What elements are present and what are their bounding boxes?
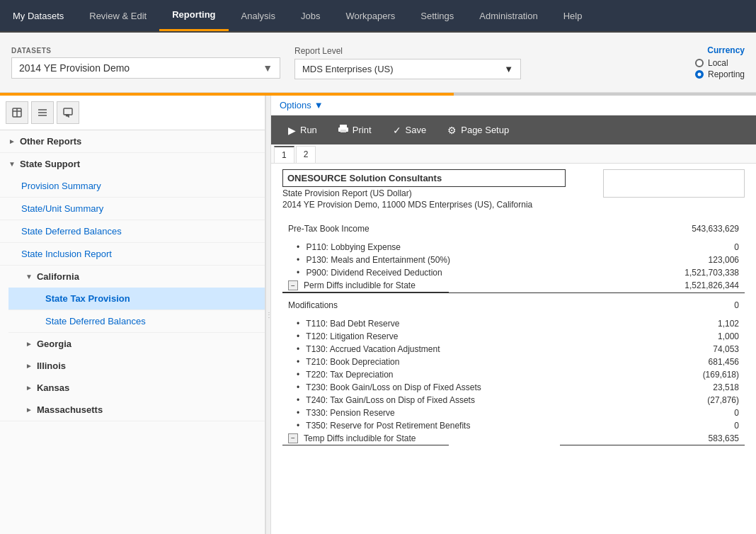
sidebar-item-state-tax-provision[interactable]: State Tax Provision — [8, 288, 265, 310]
expand-icon-illinois: ► — [25, 362, 33, 370]
expand-icon-kansas: ► — [25, 384, 33, 392]
spacer-row — [282, 235, 745, 241]
sidebar-table-btn[interactable] — [6, 101, 28, 124]
sidebar-group-state-support[interactable]: ▼ State Support — [0, 153, 265, 175]
sidebar-item-california-deferred-balances[interactable]: State Deferred Balances — [8, 310, 265, 333]
spacer-row — [282, 293, 745, 299]
sidebar-group-illinois[interactable]: ► Illinois — [8, 355, 265, 377]
sidebar-item-state-inclusion-report[interactable]: State Inclusion Report — [0, 243, 265, 266]
nav-item-my-datasets[interactable]: My Datasets — [0, 0, 76, 31]
datasets-dropdown[interactable]: 2014 YE Provision Demo ▼ — [11, 57, 280, 79]
main-layout: ► Other Reports ▼ State Support Provisio… — [0, 96, 756, 534]
sidebar-section-other-reports: ► Other Reports — [0, 130, 265, 153]
table-row: • T220: Tax Depreciation (169,618) — [282, 368, 745, 381]
nav-item-reporting[interactable]: Reporting — [159, 0, 228, 31]
sidebar-sub-massachusetts: ► Massachusetts — [0, 399, 265, 421]
table-row: • P110: Lobbying Expense 0 — [282, 241, 745, 254]
save-label: Save — [406, 125, 427, 135]
expand-icon-massachusetts: ► — [25, 406, 33, 414]
bullet-icon: • — [297, 331, 299, 341]
expand-icon-state-support: ▼ — [8, 160, 16, 168]
nav-item-settings[interactable]: Settings — [408, 0, 466, 31]
print-icon — [338, 124, 348, 136]
print-label: Print — [353, 125, 372, 135]
nav-item-analysis[interactable]: Analysis — [229, 0, 288, 31]
expand-icon-california: ▼ — [25, 273, 33, 280]
bullet-icon: • — [297, 319, 299, 329]
sidebar-group-label-kansas: Kansas — [37, 382, 69, 393]
run-button[interactable]: ▶ Run — [278, 120, 327, 140]
report-level-dropdown[interactable]: MDS Enterprises (US) ▼ — [294, 59, 521, 79]
row-value: 123,006 — [560, 254, 745, 266]
sidebar-group-massachusetts[interactable]: ► Massachusetts — [8, 399, 265, 421]
collapse-icon[interactable]: − — [288, 433, 298, 443]
sidebar-group-label-state-support: State Support — [20, 159, 80, 169]
sidebar-group-label-other-reports: Other Reports — [20, 136, 81, 147]
sidebar-group-georgia[interactable]: ► Georgia — [8, 333, 265, 355]
currency-local-option[interactable]: Local — [695, 58, 745, 68]
row-value: 23,518 — [560, 381, 745, 394]
row-value: 0 — [560, 407, 745, 419]
sidebar-comment-btn[interactable] — [57, 101, 79, 124]
sidebar-item-state-deferred-balances[interactable]: State Deferred Balances — [0, 220, 265, 243]
table-row: • P130: Meals and Entertainment (50%) 12… — [282, 254, 745, 266]
row-value: (27,876) — [560, 394, 745, 407]
table-row: • P900: Dividend Received Deduction 1,52… — [282, 266, 745, 279]
row-label: • T330: Pension Reserve — [282, 407, 560, 419]
sidebar-toolbar — [0, 96, 265, 130]
datasets-label: DATASETS — [11, 47, 280, 55]
bullet-icon: • — [297, 382, 299, 392]
resize-handle[interactable]: ⋮ — [265, 96, 271, 534]
row-value: (169,618) — [560, 368, 745, 381]
row-label: • T210: Book Depreciation — [282, 356, 560, 368]
sidebar-group-label-massachusetts: Massachusetts — [37, 404, 103, 415]
page-tab-1[interactable]: 1 — [274, 146, 294, 163]
sidebar-sub-california: ▼ California State Tax Provision State D… — [0, 266, 265, 333]
run-label: Run — [300, 125, 317, 135]
top-navigation: My Datasets Review & Edit Reporting Anal… — [0, 0, 756, 33]
sidebar-group-california[interactable]: ▼ California — [8, 266, 265, 288]
svg-rect-11 — [340, 130, 346, 132]
sidebar-content: ► Other Reports ▼ State Support Provisio… — [0, 130, 265, 534]
print-button[interactable]: Print — [328, 120, 382, 140]
bullet-icon: • — [297, 268, 299, 278]
report-table: Pre-Tax Book Income 543,633,629 • P110: … — [282, 222, 745, 445]
page-tab-2[interactable]: 2 — [296, 146, 316, 163]
sidebar-item-state-unit-summary[interactable]: State/Unit Summary — [0, 198, 265, 220]
sidebar-list-btn[interactable] — [31, 101, 54, 124]
expand-icon-other-reports: ► — [8, 137, 16, 145]
report-title: ONESOURCE Solution Consultants — [282, 169, 566, 187]
nav-item-workpapers[interactable]: Workpapers — [333, 0, 408, 31]
options-link[interactable]: Options ▼ — [280, 100, 323, 110]
row-value: 74,053 — [560, 343, 745, 356]
nav-item-help[interactable]: Help — [551, 0, 595, 31]
radio-local-icon — [695, 59, 704, 67]
row-value: 1,102 — [560, 317, 745, 330]
row-label: • T240: Tax Gain/Loss on Disp of Fixed A… — [282, 394, 560, 407]
row-value: 681,456 — [560, 356, 745, 368]
report-subtitle1: State Provision Report (US Dollar) — [282, 188, 597, 198]
datasets-value: 2014 YE Provision Demo — [19, 62, 130, 74]
report-content: ONESOURCE Solution Consultants State Pro… — [271, 164, 756, 534]
table-row: − Perm Diffs includible for State 1,521,… — [282, 279, 745, 293]
currency-label: Currency — [695, 45, 745, 55]
row-value: 1,521,703,338 — [560, 266, 745, 279]
sidebar-group-kansas[interactable]: ► Kansas — [8, 377, 265, 399]
nav-item-administration[interactable]: Administration — [466, 0, 550, 31]
page-tabs-bar: 1 2 — [271, 144, 756, 164]
save-button[interactable]: ✓ Save — [383, 120, 437, 140]
nav-item-jobs[interactable]: Jobs — [288, 0, 333, 31]
row-label: • T230: Book Gain/Loss on Disp of Fixed … — [282, 381, 560, 394]
page-setup-button[interactable]: ⚙ Page Setup — [437, 120, 519, 140]
bullet-icon: • — [297, 421, 299, 431]
sidebar-item-provision-summary[interactable]: Provision Summary — [0, 175, 265, 198]
sidebar-group-other-reports[interactable]: ► Other Reports — [0, 130, 265, 152]
currency-local-label: Local — [708, 58, 728, 68]
nav-item-review-edit[interactable]: Review & Edit — [76, 0, 159, 31]
sidebar-section-state-support: ▼ State Support Provision Summary State/… — [0, 153, 265, 421]
collapse-icon[interactable]: − — [288, 280, 298, 290]
currency-reporting-option[interactable]: Reporting — [695, 69, 745, 79]
bullet-icon: • — [297, 242, 299, 252]
header-bar: DATASETS 2014 YE Provision Demo ▼ Report… — [0, 33, 756, 93]
gear-icon: ⚙ — [447, 125, 457, 136]
